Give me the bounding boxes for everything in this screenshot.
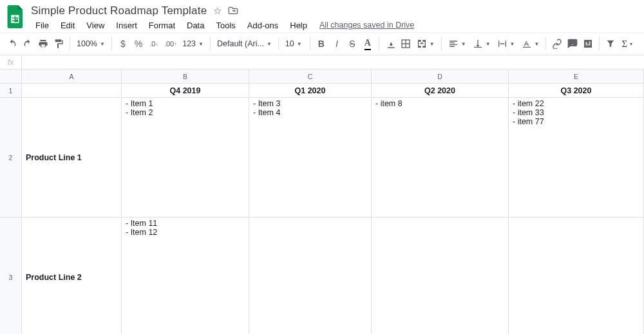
caret-icon: ▼: [486, 41, 491, 47]
caret-icon: ▼: [100, 41, 105, 47]
caret-icon: ▼: [297, 41, 302, 47]
bold-button[interactable]: B: [314, 36, 328, 51]
cell-d2[interactable]: - item 8: [372, 98, 509, 218]
caret-icon: ▼: [198, 41, 204, 47]
insert-link-button[interactable]: [550, 36, 564, 51]
menu-file[interactable]: File: [31, 19, 53, 32]
menu-edit[interactable]: Edit: [56, 19, 79, 32]
cell-d3[interactable]: [372, 218, 509, 334]
print-button[interactable]: [36, 36, 50, 51]
formula-bar: fx: [0, 55, 644, 70]
functions-button[interactable]: Σ▾: [619, 39, 635, 50]
caret-icon: ▼: [430, 41, 435, 47]
caret-icon: ▾: [630, 41, 632, 47]
cell-c2[interactable]: - Item 3 - Item 4: [249, 98, 372, 218]
caret-icon: ▼: [535, 41, 540, 47]
percent-button[interactable]: %: [131, 36, 146, 51]
insert-comment-button[interactable]: [565, 36, 580, 51]
cell-c3[interactable]: [249, 218, 372, 334]
fill-color-button[interactable]: [383, 36, 397, 51]
insert-chart-button[interactable]: [581, 36, 595, 51]
row-header-1[interactable]: 1: [0, 84, 22, 98]
text-wrap-button[interactable]: ▼: [495, 39, 518, 49]
document-title[interactable]: Simple Product Roadmap Template: [31, 5, 207, 17]
decrease-decimal-button[interactable]: .0↓: [147, 36, 161, 51]
toolbar: 100%▼ $ % .0↓ .00↑ 123▼ Default (Ari...▼…: [0, 32, 644, 55]
caret-icon: ▼: [267, 41, 272, 47]
cell-d1[interactable]: Q2 2020: [372, 84, 509, 98]
redo-button[interactable]: [21, 36, 35, 51]
caret-icon: ▼: [461, 41, 466, 47]
cell-e3[interactable]: [509, 218, 644, 334]
menu-tools[interactable]: Tools: [211, 19, 240, 32]
cell-a3[interactable]: Product Line 2: [22, 218, 122, 334]
cell-a1[interactable]: [22, 84, 122, 98]
menu-addons[interactable]: Add-ons: [243, 19, 283, 32]
menu-bar: File Edit View Insert Format Data Tools …: [31, 18, 639, 32]
text-color-button[interactable]: A: [361, 36, 375, 51]
cell-b3[interactable]: - Item 11 - Item 12: [122, 218, 249, 334]
zoom-value: 100%: [77, 39, 97, 48]
cell-a2[interactable]: Product Line 1: [22, 98, 122, 218]
move-icon[interactable]: [228, 6, 238, 17]
menu-format[interactable]: Format: [144, 19, 180, 32]
fx-icon: fx: [0, 55, 22, 69]
menu-help[interactable]: Help: [285, 19, 312, 32]
select-all-corner[interactable]: [0, 70, 22, 84]
merge-cells-button[interactable]: ▼: [414, 39, 437, 49]
undo-button[interactable]: [5, 36, 19, 51]
sheets-logo[interactable]: [5, 4, 26, 30]
save-status[interactable]: All changes saved in Drive: [319, 21, 414, 30]
strikethrough-button[interactable]: S: [345, 36, 359, 51]
borders-button[interactable]: [399, 36, 413, 51]
cell-b1[interactable]: Q4 2019: [122, 84, 249, 98]
italic-button[interactable]: I: [330, 36, 344, 51]
font-select[interactable]: Default (Ari...▼: [214, 39, 274, 48]
row-header-2[interactable]: 2: [0, 98, 22, 218]
spreadsheet-grid: A B C D E 1 Q4 2019 Q1 2020 Q2 2020 Q3 2…: [0, 70, 644, 334]
cell-b2[interactable]: - Item 1 - Item 2: [122, 98, 249, 218]
font-size-select[interactable]: 10▼: [283, 39, 306, 48]
col-header-e[interactable]: E: [509, 70, 644, 84]
star-icon[interactable]: ☆: [213, 5, 222, 17]
cell-c1[interactable]: Q1 2020: [249, 84, 372, 98]
vertical-align-button[interactable]: ▼: [470, 39, 493, 49]
cell-e1[interactable]: Q3 2020: [509, 84, 644, 98]
row-header-3[interactable]: 3: [0, 218, 22, 334]
filter-button[interactable]: [603, 36, 618, 51]
currency-button[interactable]: $: [116, 36, 130, 51]
horizontal-align-button[interactable]: ▼: [446, 39, 469, 49]
more-formats-button[interactable]: 123▼: [180, 39, 206, 48]
cell-e2[interactable]: - item 22 - item 33 - item 77: [509, 98, 644, 218]
increase-decimal-button[interactable]: .00↑: [162, 36, 178, 51]
paint-format-button[interactable]: [52, 36, 66, 51]
formula-input[interactable]: [22, 55, 644, 69]
menu-view[interactable]: View: [82, 19, 109, 32]
text-rotation-button[interactable]: ▼: [519, 39, 542, 49]
col-header-b[interactable]: B: [122, 70, 249, 84]
svg-rect-7: [12, 21, 18, 21]
menu-data[interactable]: Data: [182, 19, 209, 32]
col-header-a[interactable]: A: [22, 70, 122, 84]
col-header-c[interactable]: C: [249, 70, 372, 84]
menu-insert[interactable]: Insert: [111, 19, 142, 32]
col-header-d[interactable]: D: [372, 70, 509, 84]
zoom-select[interactable]: 100%▼: [74, 39, 108, 48]
caret-icon: ▼: [510, 41, 515, 47]
svg-rect-6: [12, 17, 18, 18]
